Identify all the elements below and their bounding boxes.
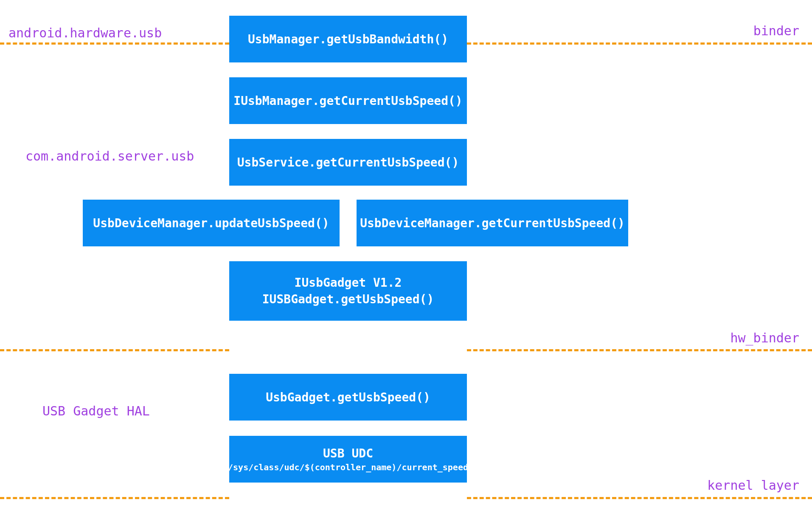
hw-binder-label: hw_binder bbox=[730, 330, 799, 345]
usb-gadget-hal-label: USB Gadget HAL bbox=[42, 404, 150, 418]
android-hardware-usb-label: android.hardware.usb bbox=[8, 25, 162, 40]
hw-binder-divider-left bbox=[0, 349, 229, 351]
com-android-server-usb-label: com.android.server.usb bbox=[25, 149, 194, 164]
kernel-divider-left bbox=[0, 497, 229, 499]
binder-label: binder bbox=[753, 23, 799, 38]
usbdevicemanager-update-text: UsbDeviceManager.updateUsbSpeed() bbox=[93, 216, 329, 230]
usbdevicemanager-getcurrent-text: UsbDeviceManager.getCurrentUsbSpeed() bbox=[360, 216, 625, 230]
iusbmanager-box: IUsbManager.getCurrentUsbSpeed() bbox=[229, 77, 467, 124]
usbdevicemanager-getcurrent-box: UsbDeviceManager.getCurrentUsbSpeed() bbox=[357, 200, 628, 246]
binder-divider-right bbox=[467, 42, 812, 45]
usbgadget-box: UsbGadget.getUsbSpeed() bbox=[229, 374, 467, 421]
usbmanager-text: UsbManager.getUsbBandwidth() bbox=[248, 32, 448, 46]
iusbmanager-text: IUsbManager.getCurrentUsbSpeed() bbox=[233, 94, 462, 108]
hw-binder-divider-right bbox=[467, 349, 812, 351]
usb-udc-title-text: USB UDC bbox=[323, 446, 373, 460]
usb-udc-path-text: /sys/class/udc/$(controller_name)/curren… bbox=[228, 462, 468, 472]
binder-divider-left bbox=[0, 42, 229, 45]
kernel-layer-label: kernel layer bbox=[707, 478, 799, 493]
usbservice-text: UsbService.getCurrentUsbSpeed() bbox=[237, 155, 459, 169]
usbmanager-box: UsbManager.getUsbBandwidth() bbox=[229, 16, 467, 62]
usbservice-box: UsbService.getCurrentUsbSpeed() bbox=[229, 139, 467, 186]
usb-udc-box: USB UDC /sys/class/udc/$(controller_name… bbox=[229, 436, 467, 483]
usbdevicemanager-update-box: UsbDeviceManager.updateUsbSpeed() bbox=[83, 200, 340, 246]
iusbgadget-method-text: IUSBGadget.getUsbSpeed() bbox=[262, 292, 434, 306]
iusbgadget-box: IUsbGadget V1.2 IUSBGadget.getUsbSpeed() bbox=[229, 261, 467, 321]
kernel-divider-right bbox=[467, 497, 812, 499]
iusbgadget-title-text: IUsbGadget V1.2 bbox=[295, 276, 402, 290]
usbgadget-text: UsbGadget.getUsbSpeed() bbox=[266, 390, 430, 404]
